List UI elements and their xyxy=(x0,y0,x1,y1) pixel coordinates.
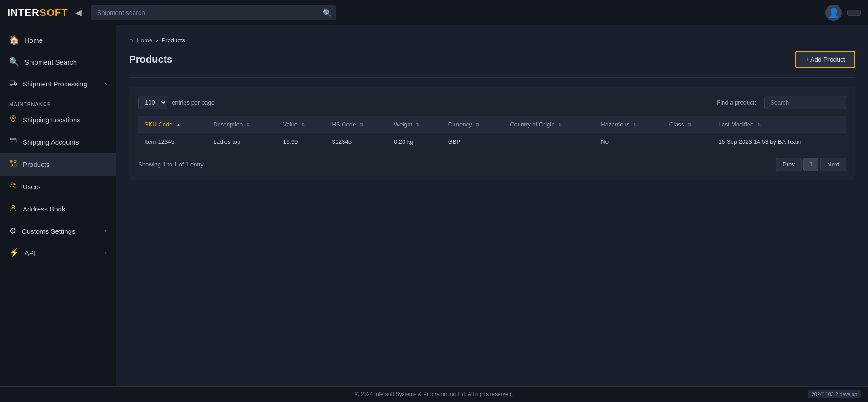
table-header-row: SKU Code ▲ Description ⇅ Value ⇅ HS Code… xyxy=(138,116,846,133)
sidebar-item-products-label: Products xyxy=(23,161,50,168)
cell-sku: Item-12345 xyxy=(138,133,207,151)
users-svg xyxy=(9,181,17,190)
cell-currency: GBP xyxy=(442,133,504,151)
svg-point-9 xyxy=(11,183,14,185)
breadcrumb: ⌂ Home › Products xyxy=(129,36,855,44)
breadcrumb-home-label[interactable]: Home xyxy=(136,37,152,44)
search-icon-button[interactable]: 🔍 xyxy=(323,8,332,17)
add-product-button[interactable]: + Add Product xyxy=(795,51,855,68)
products-table: SKU Code ▲ Description ⇅ Value ⇅ HS Code… xyxy=(138,116,846,151)
address-book-icon xyxy=(9,204,17,214)
chevron-right-icon-customs: › xyxy=(105,228,107,234)
prev-page-button[interactable]: Prev xyxy=(776,158,802,171)
table-body: Item-12345 Ladies top 19.99 312345 0.20 … xyxy=(138,133,846,151)
svg-rect-8 xyxy=(10,164,12,166)
search-input[interactable] xyxy=(91,5,336,20)
cell-class xyxy=(663,133,712,151)
header-right: 👤 xyxy=(825,5,861,21)
cell-description: Ladies top xyxy=(207,133,277,151)
svg-point-11 xyxy=(12,205,14,207)
svg-point-2 xyxy=(15,85,15,85)
col-country-of-origin[interactable]: Country of Origin ⇅ xyxy=(504,116,594,133)
shipping-locations-icon xyxy=(9,115,17,125)
users-icon xyxy=(9,181,17,192)
sort-icon-hs: ⇅ xyxy=(359,122,364,127)
showing-label: Showing 1 to 1 of 1 entry xyxy=(138,161,204,168)
sidebar: 🏠 Home 🔍 Shipment Search Shipmen xyxy=(0,25,116,386)
sidebar-item-address-book[interactable]: Address Book xyxy=(0,198,116,220)
global-search-bar: 🔍 xyxy=(91,5,336,20)
cell-hs-code: 312345 xyxy=(326,133,388,151)
svg-rect-4 xyxy=(10,138,16,143)
cell-weight: 0.20 kg xyxy=(388,133,442,151)
sidebar-item-shipment-processing-label: Shipment Processing xyxy=(23,80,87,88)
svg-rect-0 xyxy=(10,81,15,85)
svg-point-3 xyxy=(12,117,14,119)
sidebar-item-products[interactable]: Products xyxy=(0,153,116,176)
sidebar-nav: 🏠 Home 🔍 Shipment Search Shipmen xyxy=(0,25,116,267)
sort-icon-lm: ⇅ xyxy=(757,122,761,127)
main-content: ⌂ Home › Products Products + Add Product… xyxy=(116,25,868,386)
page-title-row: Products + Add Product xyxy=(129,51,855,68)
find-product-input[interactable] xyxy=(764,96,846,109)
avatar[interactable]: 👤 xyxy=(825,5,842,21)
svg-rect-6 xyxy=(14,160,16,162)
products-icon xyxy=(9,159,17,170)
entries-per-page-select[interactable]: 10 25 50 100 xyxy=(138,96,167,109)
cell-last-modified: 15 Sep 2023 14:53 by BA Team xyxy=(712,133,846,151)
sort-icon-cur: ⇅ xyxy=(475,122,479,127)
breadcrumb-home-icon: ⌂ xyxy=(129,36,133,44)
user-menu-button[interactable] xyxy=(847,10,861,16)
next-page-button[interactable]: Next xyxy=(820,158,846,171)
chevron-right-icon: › xyxy=(105,81,107,87)
version-badge: 20241103.2-develop xyxy=(808,390,861,398)
sidebar-item-shipping-accounts-label: Shipping Accounts xyxy=(23,138,79,146)
cell-hazardous: No xyxy=(594,133,663,151)
col-currency[interactable]: Currency ⇅ xyxy=(442,116,504,133)
svg-point-10 xyxy=(14,184,15,185)
sidebar-item-shipment-search[interactable]: 🔍 Shipment Search xyxy=(0,51,116,73)
cell-country-of-origin xyxy=(504,133,594,151)
sidebar-item-api-label: API xyxy=(25,249,35,257)
sidebar-item-customs-settings-label: Customs Settings xyxy=(22,227,75,235)
sort-icon-val: ⇅ xyxy=(301,122,305,127)
col-class[interactable]: Class ⇅ xyxy=(663,116,712,133)
sort-icon-cls: ⇅ xyxy=(688,122,692,127)
entries-per-page-label: entries per page xyxy=(172,99,215,106)
sidebar-item-customs-settings[interactable]: ⚙ Customs Settings › xyxy=(0,220,116,242)
sort-icon-wt: ⇅ xyxy=(416,122,420,127)
col-sku-code[interactable]: SKU Code ▲ xyxy=(138,116,207,133)
sidebar-item-shipment-processing[interactable]: Shipment Processing › xyxy=(0,73,116,95)
col-hazardous[interactable]: Hazardous ⇅ xyxy=(594,116,663,133)
home-icon: 🏠 xyxy=(9,35,19,45)
col-last-modified[interactable]: Last Modified ⇅ xyxy=(712,116,846,133)
col-weight[interactable]: Weight ⇅ xyxy=(388,116,442,133)
breadcrumb-current: Products xyxy=(162,37,185,44)
svg-rect-7 xyxy=(14,164,16,166)
top-header: INTERSOFT ◀ 🔍 👤 xyxy=(0,0,868,25)
page-footer: © 2024 Intersoft Systems & Programming L… xyxy=(0,386,868,402)
col-hs-code[interactable]: HS Code ⇅ xyxy=(326,116,388,133)
shipment-processing-icon xyxy=(9,79,17,89)
shipment-processing-svg xyxy=(9,79,17,87)
shipment-search-icon: 🔍 xyxy=(9,57,19,67)
col-description[interactable]: Description ⇅ xyxy=(207,116,277,133)
cell-value: 19.99 xyxy=(277,133,326,151)
sidebar-item-api[interactable]: ⚡ API › xyxy=(0,242,116,264)
table-row[interactable]: Item-12345 Ladies top 19.99 312345 0.20 … xyxy=(138,133,846,151)
main-layout: 🏠 Home 🔍 Shipment Search Shipmen xyxy=(0,25,868,386)
customs-settings-icon: ⚙ xyxy=(9,226,16,236)
sidebar-item-shipping-locations[interactable]: Shipping Locations xyxy=(0,109,116,131)
collapse-sidebar-button[interactable]: ◀ xyxy=(74,6,84,20)
breadcrumb-separator: › xyxy=(156,37,158,44)
products-svg xyxy=(9,159,17,167)
table-panel: 10 25 50 100 entries per page Find a pro… xyxy=(129,87,855,180)
sidebar-item-shipping-accounts[interactable]: Shipping Accounts xyxy=(0,131,116,153)
sort-icon-haz: ⇅ xyxy=(633,122,637,127)
col-value[interactable]: Value ⇅ xyxy=(277,116,326,133)
find-product-label: Find a product: xyxy=(717,99,756,106)
svg-rect-5 xyxy=(10,160,12,162)
sidebar-item-home[interactable]: 🏠 Home xyxy=(0,29,116,51)
sidebar-item-users[interactable]: Users xyxy=(0,176,116,198)
sidebar-item-home-label: Home xyxy=(25,36,43,44)
